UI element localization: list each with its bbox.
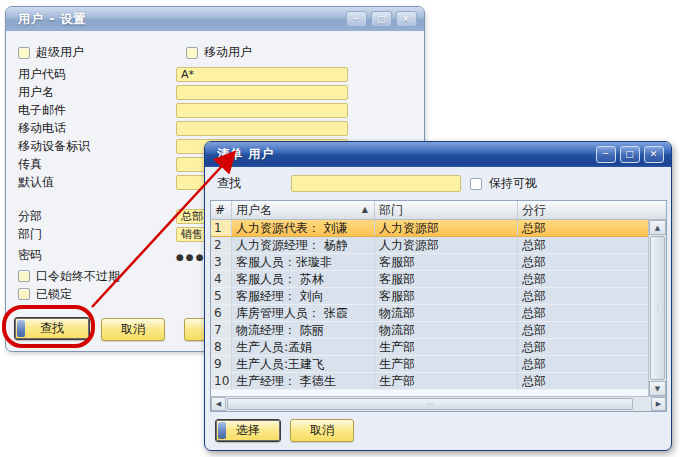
cell-branch[interactable]: 总部 [518, 373, 648, 390]
window-user-list: 清单 用户 ─ □ ✕ 查找 保持可视 # 用户名 ▲ 部门 [204, 141, 672, 451]
field-input[interactable]: A* [176, 67, 348, 82]
cell-branch[interactable]: 总部 [518, 305, 648, 322]
vertical-scrollbar[interactable]: ▲ ⋮ ▼ [648, 220, 666, 396]
checkbox-label: 超级用户 [36, 44, 84, 61]
field-label: 默认值 [18, 174, 176, 191]
scroll-right-icon[interactable]: ▶ [651, 397, 666, 411]
cell-department[interactable]: 生产部 [375, 356, 518, 373]
field-input[interactable] [176, 121, 348, 136]
checkbox-icon[interactable] [18, 270, 30, 282]
find-row: 查找 保持可视 [217, 175, 537, 192]
cell-department[interactable]: 生产部 [375, 339, 518, 356]
maximize-icon[interactable]: □ [620, 146, 640, 163]
find-input[interactable] [291, 175, 461, 192]
cancel-button[interactable]: 取消 [101, 318, 165, 341]
cancel-button[interactable]: 取消 [290, 419, 354, 442]
cell-department[interactable]: 物流部 [375, 322, 518, 339]
window-controls: ─ □ ✕ [596, 146, 664, 163]
col-header-department[interactable]: 部门 [375, 201, 518, 219]
cell-branch[interactable]: 总部 [518, 271, 648, 288]
checkbox-label: 移动用户 [204, 44, 252, 61]
col-header-username[interactable]: 用户名 ▲ [232, 201, 375, 219]
table-row[interactable]: 10 生产经理： 李德生 生产部 总部 [211, 373, 648, 390]
cell-department[interactable]: 客服部 [375, 288, 518, 305]
minimize-icon[interactable]: ─ [596, 146, 616, 163]
cell-department[interactable]: 人力资源部 [375, 220, 518, 237]
col-header-num[interactable]: # [211, 201, 232, 219]
field-row: 电子邮件 [18, 101, 348, 119]
field-label: 移动电话 [18, 120, 176, 137]
titlebar-user-list[interactable]: 清单 用户 ─ □ ✕ [205, 142, 671, 167]
minimize-icon[interactable]: ─ [346, 11, 367, 27]
checkbox-item[interactable]: 已锁定 [18, 285, 120, 303]
cell-branch[interactable]: 总部 [518, 322, 648, 339]
cell-branch[interactable]: 总部 [518, 237, 648, 254]
cell-department[interactable]: 物流部 [375, 305, 518, 322]
table-header: # 用户名 ▲ 部门 分行 [211, 201, 666, 220]
scroll-up-icon[interactable]: ▲ [649, 220, 666, 235]
field-label: 移动设备标识 [18, 138, 176, 155]
col-header-branch[interactable]: 分行 [518, 201, 648, 219]
checkbox-icon[interactable] [470, 178, 482, 190]
cell-num: 5 [211, 288, 232, 305]
maximize-icon[interactable]: □ [371, 11, 392, 27]
cell-username[interactable]: 物流经理： 陈丽 [232, 322, 375, 339]
checkbox-item[interactable]: 移动用户 [186, 44, 354, 61]
cell-num: 6 [211, 305, 232, 322]
window-controls: ─ □ ✕ [346, 11, 417, 27]
table-row[interactable]: 9 生产人员:王建飞 生产部 总部 [211, 356, 648, 373]
cell-username[interactable]: 生产人员:孟娟 [232, 339, 375, 356]
close-icon[interactable]: ✕ [396, 11, 417, 27]
cell-branch[interactable]: 总部 [518, 339, 648, 356]
table-row[interactable]: 8 生产人员:孟娟 生产部 总部 [211, 339, 648, 356]
table-row[interactable]: 1 人力资源代表： 刘谦 人力资源部 总部 [211, 220, 648, 237]
field-row: 用户名 [18, 83, 348, 101]
cell-num: 3 [211, 254, 232, 271]
cell-username[interactable]: 库房管理人员： 张霞 [232, 305, 375, 322]
field-input[interactable] [176, 85, 348, 100]
cell-username[interactable]: 客服人员： 苏林 [232, 271, 375, 288]
cell-username[interactable]: 生产经理： 李德生 [232, 373, 375, 390]
find-button[interactable]: 查找 [14, 317, 90, 340]
table-row[interactable]: 7 物流经理： 陈丽 物流部 总部 [211, 322, 648, 339]
cell-num: 4 [211, 271, 232, 288]
cell-username[interactable]: 人力资源代表： 刘谦 [232, 220, 375, 237]
cell-num: 8 [211, 339, 232, 356]
checkbox-item[interactable]: 口令始终不过期 [18, 267, 120, 285]
checkbox-item[interactable]: 超级用户 [18, 44, 186, 61]
checkbox-icon[interactable] [18, 288, 30, 300]
field-input[interactable] [176, 103, 348, 118]
checkbox-icon[interactable] [186, 47, 198, 59]
scroll-left-icon[interactable]: ◀ [211, 397, 226, 411]
table-row[interactable]: 3 客服人员：张璇非 客服部 总部 [211, 254, 648, 271]
keep-visible-checkbox[interactable]: 保持可视 [470, 175, 537, 192]
table-row[interactable]: 4 客服人员： 苏林 客服部 总部 [211, 271, 648, 288]
scroll-down-icon[interactable]: ▼ [649, 381, 666, 396]
cell-department[interactable]: 客服部 [375, 271, 518, 288]
field-row: 移动电话 [18, 119, 348, 137]
checkbox-icon[interactable] [18, 47, 30, 59]
cell-username[interactable]: 生产人员:王建飞 [232, 356, 375, 373]
cell-branch[interactable]: 总部 [518, 254, 648, 271]
cell-username[interactable]: 客服人员：张璇非 [232, 254, 375, 271]
cell-username[interactable]: 客服经理： 刘向 [232, 288, 375, 305]
table-row[interactable]: 5 客服经理： 刘向 客服部 总部 [211, 288, 648, 305]
vertical-scroll-thumb[interactable]: ⋮ [650, 236, 665, 380]
cell-branch[interactable]: 总部 [518, 288, 648, 305]
table-rows: 1 人力资源代表： 刘谦 人力资源部 总部 2 人力资源经理： 杨静 人力资源部… [211, 220, 648, 396]
window-title: 用户 - 设置 [18, 12, 86, 26]
close-icon[interactable]: ✕ [644, 146, 664, 163]
cell-department[interactable]: 生产部 [375, 373, 518, 390]
titlebar-user-settings[interactable]: 用户 - 设置 ─ □ ✕ [6, 7, 424, 31]
cell-branch[interactable]: 总部 [518, 356, 648, 373]
horizontal-scroll-thumb[interactable]: ⋯ [227, 398, 633, 410]
checkbox-label: 保持可视 [489, 175, 537, 192]
select-button[interactable]: 选择 [215, 419, 281, 442]
cell-department[interactable]: 客服部 [375, 254, 518, 271]
horizontal-scrollbar[interactable]: ◀ ⋯ ▶ [211, 396, 666, 411]
table-row[interactable]: 6 库房管理人员： 张霞 物流部 总部 [211, 305, 648, 322]
cell-username[interactable]: 人力资源经理： 杨静 [232, 237, 375, 254]
table-row[interactable]: 2 人力资源经理： 杨静 人力资源部 总部 [211, 237, 648, 254]
cell-branch[interactable]: 总部 [518, 220, 648, 237]
cell-department[interactable]: 人力资源部 [375, 237, 518, 254]
